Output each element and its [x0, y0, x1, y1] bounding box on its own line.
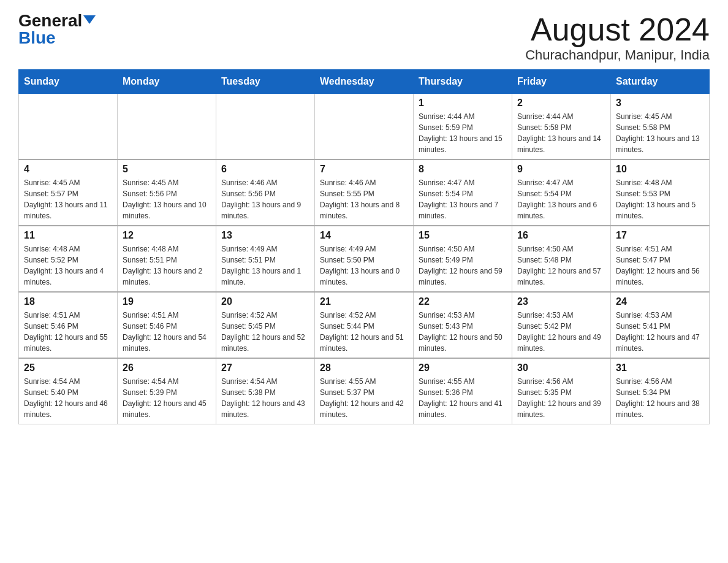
day-info: Sunrise: 4:52 AMSunset: 5:45 PMDaylight:…	[221, 310, 309, 354]
day-info: Sunrise: 4:51 AMSunset: 5:46 PMDaylight:…	[123, 310, 211, 354]
day-number: 10	[616, 164, 704, 175]
weekday-header-tuesday: Tuesday	[216, 70, 315, 94]
calendar-cell	[216, 94, 315, 160]
day-number: 22	[419, 296, 507, 307]
calendar-cell: 9Sunrise: 4:47 AMSunset: 5:54 PMDaylight…	[512, 159, 611, 226]
calendar-week-row: 1Sunrise: 4:44 AMSunset: 5:59 PMDaylight…	[19, 94, 710, 160]
calendar-cell: 5Sunrise: 4:45 AMSunset: 5:56 PMDaylight…	[118, 159, 216, 226]
day-number: 21	[320, 296, 408, 307]
calendar-cell: 13Sunrise: 4:49 AMSunset: 5:51 PMDayligh…	[216, 226, 315, 292]
weekday-header-saturday: Saturday	[611, 70, 710, 94]
calendar-cell: 15Sunrise: 4:50 AMSunset: 5:49 PMDayligh…	[414, 226, 512, 292]
calendar-cell: 18Sunrise: 4:51 AMSunset: 5:46 PMDayligh…	[19, 292, 118, 358]
calendar-cell: 16Sunrise: 4:50 AMSunset: 5:48 PMDayligh…	[512, 226, 611, 292]
day-number: 24	[616, 296, 704, 307]
calendar-week-row: 11Sunrise: 4:48 AMSunset: 5:52 PMDayligh…	[19, 226, 710, 292]
weekday-header-row: SundayMondayTuesdayWednesdayThursdayFrid…	[19, 70, 710, 94]
day-info: Sunrise: 4:55 AMSunset: 5:36 PMDaylight:…	[419, 376, 507, 420]
day-number: 20	[221, 296, 309, 307]
location-title: Churachandpur, Manipur, India	[525, 47, 710, 63]
day-number: 26	[123, 362, 211, 373]
day-info: Sunrise: 4:48 AMSunset: 5:52 PMDaylight:…	[24, 243, 112, 288]
page-header: General Blue August 2024 Churachandpur, …	[18, 12, 710, 63]
day-info: Sunrise: 4:55 AMSunset: 5:37 PMDaylight:…	[320, 376, 408, 420]
day-number: 3	[616, 98, 704, 109]
day-number: 25	[24, 362, 112, 373]
day-number: 31	[616, 362, 704, 373]
calendar-cell: 8Sunrise: 4:47 AMSunset: 5:54 PMDaylight…	[414, 159, 512, 226]
day-number: 4	[24, 164, 112, 175]
calendar-cell: 4Sunrise: 4:45 AMSunset: 5:57 PMDaylight…	[19, 159, 118, 226]
day-info: Sunrise: 4:49 AMSunset: 5:51 PMDaylight:…	[221, 243, 309, 288]
day-number: 17	[616, 230, 704, 241]
day-info: Sunrise: 4:45 AMSunset: 5:57 PMDaylight:…	[24, 177, 112, 221]
day-info: Sunrise: 4:46 AMSunset: 5:56 PMDaylight:…	[221, 177, 309, 221]
calendar-cell: 10Sunrise: 4:48 AMSunset: 5:53 PMDayligh…	[611, 159, 710, 226]
calendar-cell: 3Sunrise: 4:45 AMSunset: 5:58 PMDaylight…	[611, 94, 710, 160]
day-info: Sunrise: 4:56 AMSunset: 5:35 PMDaylight:…	[517, 376, 605, 420]
day-number: 14	[320, 230, 408, 241]
day-info: Sunrise: 4:48 AMSunset: 5:53 PMDaylight:…	[616, 177, 704, 221]
day-info: Sunrise: 4:47 AMSunset: 5:54 PMDaylight:…	[517, 177, 605, 221]
calendar-cell: 29Sunrise: 4:55 AMSunset: 5:36 PMDayligh…	[414, 358, 512, 424]
calendar-cell: 31Sunrise: 4:56 AMSunset: 5:34 PMDayligh…	[611, 358, 710, 424]
day-number: 30	[517, 362, 605, 373]
calendar-cell: 17Sunrise: 4:51 AMSunset: 5:47 PMDayligh…	[611, 226, 710, 292]
weekday-header-sunday: Sunday	[19, 70, 118, 94]
day-info: Sunrise: 4:53 AMSunset: 5:41 PMDaylight:…	[616, 310, 704, 354]
calendar-cell: 19Sunrise: 4:51 AMSunset: 5:46 PMDayligh…	[118, 292, 216, 358]
calendar-cell: 11Sunrise: 4:48 AMSunset: 5:52 PMDayligh…	[19, 226, 118, 292]
day-number: 8	[419, 164, 507, 175]
calendar-cell: 21Sunrise: 4:52 AMSunset: 5:44 PMDayligh…	[315, 292, 414, 358]
calendar-cell: 28Sunrise: 4:55 AMSunset: 5:37 PMDayligh…	[315, 358, 414, 424]
day-info: Sunrise: 4:54 AMSunset: 5:38 PMDaylight:…	[221, 376, 309, 420]
day-info: Sunrise: 4:53 AMSunset: 5:43 PMDaylight:…	[419, 310, 507, 354]
day-info: Sunrise: 4:45 AMSunset: 5:58 PMDaylight:…	[616, 111, 704, 155]
weekday-header-friday: Friday	[512, 70, 611, 94]
day-number: 27	[221, 362, 309, 373]
day-info: Sunrise: 4:44 AMSunset: 5:59 PMDaylight:…	[419, 111, 507, 155]
calendar-cell: 6Sunrise: 4:46 AMSunset: 5:56 PMDaylight…	[216, 159, 315, 226]
weekday-header-monday: Monday	[118, 70, 216, 94]
calendar-table: SundayMondayTuesdayWednesdayThursdayFrid…	[18, 69, 710, 424]
day-number: 2	[517, 98, 605, 109]
day-info: Sunrise: 4:45 AMSunset: 5:56 PMDaylight:…	[123, 177, 211, 221]
day-info: Sunrise: 4:50 AMSunset: 5:49 PMDaylight:…	[419, 243, 507, 288]
day-info: Sunrise: 4:48 AMSunset: 5:51 PMDaylight:…	[123, 243, 211, 288]
calendar-cell	[118, 94, 216, 160]
calendar-cell	[19, 94, 118, 160]
calendar-cell: 1Sunrise: 4:44 AMSunset: 5:59 PMDaylight…	[414, 94, 512, 160]
calendar-cell: 23Sunrise: 4:53 AMSunset: 5:42 PMDayligh…	[512, 292, 611, 358]
calendar-cell: 24Sunrise: 4:53 AMSunset: 5:41 PMDayligh…	[611, 292, 710, 358]
day-number: 12	[123, 230, 211, 241]
logo-triangle-icon	[83, 15, 96, 24]
calendar-cell	[315, 94, 414, 160]
calendar-cell: 12Sunrise: 4:48 AMSunset: 5:51 PMDayligh…	[118, 226, 216, 292]
calendar-cell: 2Sunrise: 4:44 AMSunset: 5:58 PMDaylight…	[512, 94, 611, 160]
calendar-cell: 27Sunrise: 4:54 AMSunset: 5:38 PMDayligh…	[216, 358, 315, 424]
logo-blue-text: Blue	[18, 29, 56, 47]
weekday-header-wednesday: Wednesday	[315, 70, 414, 94]
day-number: 15	[419, 230, 507, 241]
day-number: 16	[517, 230, 605, 241]
calendar-cell: 30Sunrise: 4:56 AMSunset: 5:35 PMDayligh…	[512, 358, 611, 424]
day-number: 13	[221, 230, 309, 241]
calendar-cell: 7Sunrise: 4:46 AMSunset: 5:55 PMDaylight…	[315, 159, 414, 226]
day-number: 23	[517, 296, 605, 307]
day-number: 29	[419, 362, 507, 373]
day-info: Sunrise: 4:51 AMSunset: 5:46 PMDaylight:…	[24, 310, 112, 354]
title-section: August 2024 Churachandpur, Manipur, Indi…	[525, 12, 710, 63]
day-info: Sunrise: 4:49 AMSunset: 5:50 PMDaylight:…	[320, 243, 408, 288]
day-number: 18	[24, 296, 112, 307]
day-number: 28	[320, 362, 408, 373]
day-info: Sunrise: 4:56 AMSunset: 5:34 PMDaylight:…	[616, 376, 704, 420]
day-number: 6	[221, 164, 309, 175]
calendar-cell: 20Sunrise: 4:52 AMSunset: 5:45 PMDayligh…	[216, 292, 315, 358]
day-number: 11	[24, 230, 112, 241]
day-info: Sunrise: 4:54 AMSunset: 5:39 PMDaylight:…	[123, 376, 211, 420]
day-number: 1	[419, 98, 507, 109]
day-info: Sunrise: 4:54 AMSunset: 5:40 PMDaylight:…	[24, 376, 112, 420]
day-number: 19	[123, 296, 211, 307]
calendar-cell: 22Sunrise: 4:53 AMSunset: 5:43 PMDayligh…	[414, 292, 512, 358]
calendar-cell: 26Sunrise: 4:54 AMSunset: 5:39 PMDayligh…	[118, 358, 216, 424]
